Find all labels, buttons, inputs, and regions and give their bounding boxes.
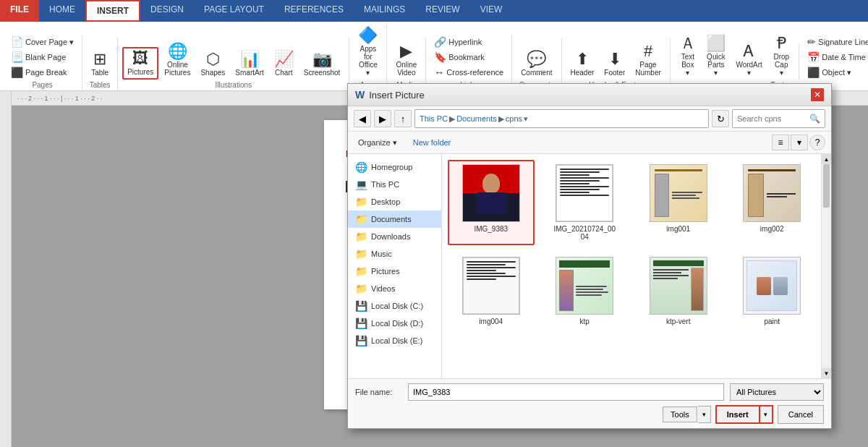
file-item-img002[interactable]: img002: [729, 160, 816, 245]
doc2-thumbnail: [463, 257, 519, 314]
word-icon: W: [355, 89, 365, 101]
file-item-img9383[interactable]: IMG_9383: [448, 160, 535, 245]
hyperlink-button[interactable]: 🔗 Hyperlink: [430, 35, 507, 49]
organize-button[interactable]: Organize ▾: [354, 137, 401, 149]
tools-dropdown-button[interactable]: ▾: [698, 406, 711, 423]
tab-page-layout[interactable]: PAGE LAYOUT: [194, 0, 274, 22]
shapes-button[interactable]: ⬡ Shapes: [196, 48, 229, 80]
blank-page-button[interactable]: 📃 Blank Page: [7, 50, 77, 64]
sidebar-this-pc[interactable]: 💻 This PC: [348, 176, 441, 193]
up-button[interactable]: ↑: [394, 110, 412, 127]
dialog-body: 🌐 Homegroup 💻 This PC 📁 Desktop 📁 Docume…: [348, 154, 831, 378]
sidebar-homegroup[interactable]: 🌐 Homegroup: [348, 158, 441, 176]
scroll-down-button[interactable]: ▼: [822, 368, 831, 378]
path-item-pc[interactable]: This PC: [420, 114, 448, 123]
tab-insert[interactable]: INSERT: [85, 0, 140, 22]
file-item-ktp[interactable]: ktp: [542, 252, 629, 330]
sidebar-downloads[interactable]: 📁 Downloads: [348, 228, 441, 245]
organize-label: Organize ▾: [358, 138, 397, 148]
tab-home[interactable]: HOME: [39, 0, 85, 22]
page-number-button[interactable]: # PageNumber: [631, 41, 665, 80]
new-folder-button[interactable]: New folder: [407, 137, 457, 148]
search-input[interactable]: [737, 114, 809, 123]
help-button[interactable]: ?: [809, 135, 825, 150]
insert-main-button[interactable]: Insert: [715, 405, 760, 424]
search-bar: 🔍: [732, 109, 825, 128]
file-item-img004[interactable]: img004: [448, 252, 535, 330]
scrollbar[interactable]: ▲ ▼: [821, 154, 831, 378]
path-item-documents[interactable]: Documents: [456, 114, 497, 123]
cancel-button[interactable]: Cancel: [778, 405, 824, 424]
dialog-footer: File name: All Pictures Tools ▾ Insert ▾: [348, 378, 831, 428]
tab-review[interactable]: REVIEW: [415, 0, 469, 22]
page-break-button[interactable]: ⬛ Page Break: [7, 65, 77, 80]
dialog-nav-toolbar: ◀ ▶ ↑ This PC ▶ Documents ▶ cpns ▾ ↻ 🔍: [348, 106, 831, 132]
file-name-img9383: IMG_9383: [474, 225, 508, 233]
date-time-button[interactable]: 📅 Date & Time: [804, 50, 868, 64]
refresh-button[interactable]: ↻: [712, 110, 729, 127]
ribbon-content: 📄 Cover Page ▾ 📃 Blank Page ⬛ Page Break…: [0, 22, 868, 90]
file-area: IMG_9383: [442, 154, 831, 378]
sidebar-local-e[interactable]: 💾 Local Disk (E:): [348, 332, 441, 349]
smartart-button[interactable]: 📊 SmartArt: [231, 48, 268, 80]
back-button[interactable]: ◀: [354, 110, 371, 127]
view-details-button[interactable]: ▾: [791, 135, 808, 150]
tables-items: ⊞ Table: [87, 38, 113, 80]
file-item-img20210724[interactable]: IMG_20210724_0004: [542, 160, 629, 245]
quick-parts-button[interactable]: ⬜ QuickParts ▾: [702, 33, 730, 80]
tab-references[interactable]: REFERENCES: [274, 0, 354, 22]
insert-dropdown-button[interactable]: ▾: [760, 405, 773, 424]
group-apps: 🔷 Apps forOffice ▾ Apps: [349, 25, 387, 90]
cross-reference-button[interactable]: ↔ Cross-reference: [430, 65, 507, 80]
scroll-up-button[interactable]: ▲: [822, 154, 831, 164]
screenshot-button[interactable]: 📷 Screenshot: [299, 48, 345, 80]
file-item-img001[interactable]: img001: [635, 160, 722, 245]
sidebar-music[interactable]: 📁 Music: [348, 245, 441, 263]
sidebar-documents[interactable]: 📁 Documents: [348, 210, 441, 228]
cover-page-button[interactable]: 📄 Cover Page ▾: [7, 35, 77, 49]
object-button[interactable]: ⬛ Object ▾: [804, 65, 868, 80]
sidebar-local-c[interactable]: 💾 Local Disk (C:): [348, 297, 441, 315]
tools-main-button[interactable]: Tools: [663, 406, 697, 422]
sidebar-local-d[interactable]: 💾 Local Disk (D:): [348, 315, 441, 332]
file-item-ktp-vert[interactable]: ktp-vert: [635, 252, 722, 330]
footer-button[interactable]: ⬇ Footer: [600, 48, 629, 80]
comment-button[interactable]: 💬 Comment: [516, 48, 556, 80]
view-list-button[interactable]: ≡: [772, 135, 789, 150]
tab-design[interactable]: DESIGN: [140, 0, 194, 22]
file-name-img004: img004: [479, 318, 503, 325]
table-button[interactable]: ⊞ Table: [87, 48, 113, 80]
text-box-button[interactable]: Ａ TextBox ▾: [675, 33, 701, 80]
smartart-icon: 📊: [240, 51, 260, 67]
pictures-button[interactable]: 🖼 Pictures: [122, 47, 158, 80]
apps-items: 🔷 Apps forOffice ▾: [354, 25, 382, 80]
apps-button[interactable]: 🔷 Apps forOffice ▾: [354, 25, 382, 80]
scroll-thumb[interactable]: [823, 164, 830, 208]
filetype-select[interactable]: All Pictures: [730, 383, 824, 401]
page-break-icon: ⬛: [11, 67, 23, 78]
signature-line-button[interactable]: ✏ Signature Line ▾: [804, 35, 868, 49]
wordart-button[interactable]: Ꭺ WordArt ▾: [731, 41, 767, 80]
blank-page-icon: 📃: [11, 51, 23, 63]
header-button[interactable]: ⬆ Header: [566, 48, 599, 80]
drop-cap-button[interactable]: Ᵽ DropCap ▾: [768, 33, 794, 80]
tab-file[interactable]: FILE: [0, 0, 39, 22]
pictures-folder-icon: 📁: [355, 265, 367, 277]
online-pictures-button[interactable]: 🌐 OnlinePictures: [160, 41, 195, 80]
sidebar-pictures[interactable]: 📁 Pictures: [348, 263, 441, 280]
search-icon: 🔍: [809, 114, 820, 124]
file-name-img002: img002: [760, 225, 784, 233]
online-video-button[interactable]: ▶ OnlineVideo: [391, 41, 421, 80]
chart-button[interactable]: 📈 Chart: [270, 48, 298, 80]
tab-view[interactable]: VIEW: [470, 0, 513, 22]
path-item-cpns[interactable]: cpns: [506, 114, 522, 123]
tab-mailings[interactable]: MAILINGS: [354, 0, 415, 22]
forward-button[interactable]: ▶: [374, 110, 391, 127]
bookmark-button[interactable]: 🔖 Bookmark: [430, 50, 507, 64]
filename-input[interactable]: [408, 383, 724, 401]
sidebar-desktop[interactable]: 📁 Desktop: [348, 193, 441, 210]
footer-icon: ⬇: [608, 51, 621, 67]
sidebar-videos[interactable]: 📁 Videos: [348, 280, 441, 297]
dialog-close-button[interactable]: ✕: [811, 88, 824, 101]
file-item-paint[interactable]: paint: [729, 252, 816, 330]
